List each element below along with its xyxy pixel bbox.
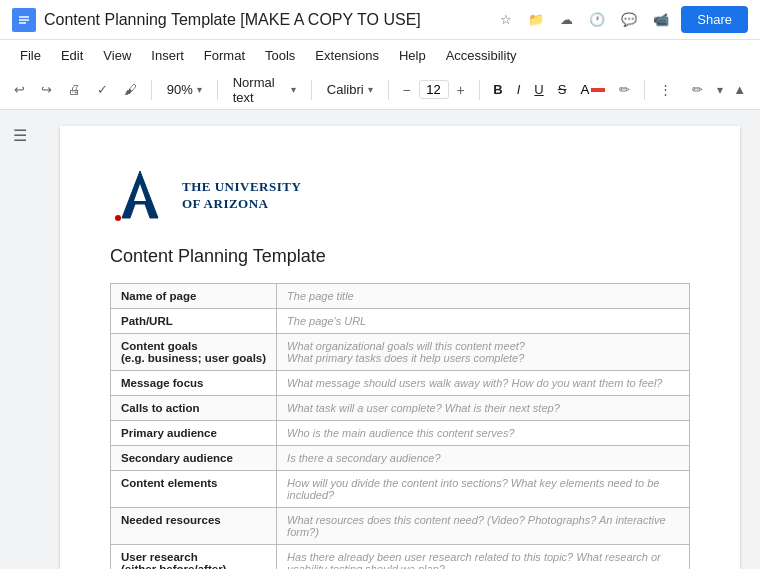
- menu-help[interactable]: Help: [391, 46, 434, 65]
- more-options-button[interactable]: ⋮: [653, 78, 678, 101]
- row-label: Secondary audience: [111, 446, 277, 471]
- spellcheck-button[interactable]: ✓: [91, 78, 114, 101]
- svg-point-7: [115, 215, 121, 221]
- row-placeholder[interactable]: The page's URL: [277, 309, 690, 334]
- text-style-value: Normal text: [233, 75, 287, 105]
- cloud-icon[interactable]: ☁: [556, 8, 577, 31]
- row-placeholder[interactable]: What organizational goals will this cont…: [277, 334, 690, 371]
- outline-icon[interactable]: ☰: [9, 122, 31, 149]
- separator-2: [217, 80, 218, 100]
- table-row: Content elementsHow will you divide the …: [111, 471, 690, 508]
- share-button[interactable]: Share: [681, 6, 748, 33]
- table-row: Content goals(e.g. business; user goals)…: [111, 334, 690, 371]
- menu-format[interactable]: Format: [196, 46, 253, 65]
- ua-logo-svg: [110, 166, 170, 226]
- text-color-label: A: [580, 82, 589, 97]
- separator-1: [151, 80, 152, 100]
- paint-format-button[interactable]: 🖌: [118, 78, 143, 101]
- toolbar-expand-icon: ▾: [717, 83, 723, 97]
- menu-file[interactable]: File: [12, 46, 49, 65]
- menu-extensions[interactable]: Extensions: [307, 46, 387, 65]
- menu-insert[interactable]: Insert: [143, 46, 192, 65]
- zoom-selector[interactable]: 90% ▾: [160, 79, 209, 100]
- table-row: Path/URLThe page's URL: [111, 309, 690, 334]
- row-placeholder[interactable]: What task will a user complete? What is …: [277, 396, 690, 421]
- table-row: Calls to actionWhat task will a user com…: [111, 396, 690, 421]
- strikethrough-button[interactable]: S: [552, 80, 573, 99]
- row-placeholder[interactable]: Has there already been user research rel…: [277, 545, 690, 570]
- history-icon[interactable]: 🕐: [585, 8, 609, 31]
- row-label: Calls to action: [111, 396, 277, 421]
- content-table: Name of pageThe page titlePath/URLThe pa…: [110, 283, 690, 569]
- document-page: The University of Arizona Content Planni…: [60, 126, 740, 569]
- row-label: Name of page: [111, 284, 277, 309]
- university-name: The University of Arizona: [182, 179, 301, 213]
- text-style-dropdown[interactable]: Normal text ▾: [226, 72, 303, 108]
- table-row: Secondary audienceIs there a secondary a…: [111, 446, 690, 471]
- row-placeholder[interactable]: Is there a secondary audience?: [277, 446, 690, 471]
- zoom-value: 90%: [167, 82, 193, 97]
- row-label: Message focus: [111, 371, 277, 396]
- font-arrow-icon: ▾: [368, 84, 373, 95]
- row-label: Primary audience: [111, 421, 277, 446]
- font-size-decrease-button[interactable]: −: [397, 80, 417, 100]
- menu-tools[interactable]: Tools: [257, 46, 303, 65]
- row-label: Path/URL: [111, 309, 277, 334]
- row-placeholder[interactable]: The page title: [277, 284, 690, 309]
- highlight-button[interactable]: ✏: [613, 78, 636, 101]
- separator-4: [388, 80, 389, 100]
- row-placeholder[interactable]: How will you divide the content into sec…: [277, 471, 690, 508]
- font-size-increase-button[interactable]: +: [451, 80, 471, 100]
- separator-6: [644, 80, 645, 100]
- text-color-button[interactable]: A: [576, 80, 609, 99]
- format-buttons: B I U S: [487, 80, 572, 99]
- star-icon[interactable]: ☆: [496, 8, 516, 31]
- row-placeholder[interactable]: Who is the main audience this content se…: [277, 421, 690, 446]
- toolbar: ↩ ↪ 🖨 ✓ 🖌 90% ▾ Normal text ▾ Calibri ▾ …: [0, 70, 760, 110]
- table-row: Message focusWhat message should users w…: [111, 371, 690, 396]
- font-size-input[interactable]: [419, 80, 449, 99]
- table-row: Primary audienceWho is the main audience…: [111, 421, 690, 446]
- row-placeholder[interactable]: What resources does this content need? (…: [277, 508, 690, 545]
- menu-view[interactable]: View: [95, 46, 139, 65]
- zoom-arrow-icon: ▾: [197, 84, 202, 95]
- menu-edit[interactable]: Edit: [53, 46, 91, 65]
- table-row: User research(either before/after)Has th…: [111, 545, 690, 570]
- italic-button[interactable]: I: [511, 80, 527, 99]
- row-placeholder[interactable]: What message should users walk away with…: [277, 371, 690, 396]
- video-icon[interactable]: 📹: [649, 8, 673, 31]
- undo-button[interactable]: ↩: [8, 78, 31, 101]
- separator-5: [479, 80, 480, 100]
- title-bar-actions: ☆ 📁 ☁ 🕐 💬 📹 Share: [496, 6, 748, 33]
- title-bar: Content Planning Template [MAKE A COPY T…: [0, 0, 760, 40]
- text-style-arrow-icon: ▾: [291, 84, 296, 95]
- edit-mode-button[interactable]: ✏: [686, 78, 709, 101]
- document-title: Content Planning Template [MAKE A COPY T…: [44, 11, 496, 29]
- font-value: Calibri: [327, 82, 364, 97]
- table-row: Name of pageThe page title: [111, 284, 690, 309]
- row-label: Content elements: [111, 471, 277, 508]
- menu-bar: File Edit View Insert Format Tools Exten…: [0, 40, 760, 70]
- color-swatch: [591, 88, 605, 92]
- comment-icon[interactable]: 💬: [617, 8, 641, 31]
- bold-button[interactable]: B: [487, 80, 508, 99]
- font-size-controls: − +: [397, 80, 471, 100]
- underline-button[interactable]: U: [528, 80, 549, 99]
- menu-accessibility[interactable]: Accessibility: [438, 46, 525, 65]
- page-title: Content Planning Template: [110, 246, 690, 267]
- logo-area: The University of Arizona: [110, 166, 690, 226]
- collapse-toolbar-button[interactable]: ▲: [727, 78, 752, 101]
- row-label: Needed resources: [111, 508, 277, 545]
- folder-icon[interactable]: 📁: [524, 8, 548, 31]
- sidebar: ☰: [0, 110, 40, 569]
- table-row: Needed resourcesWhat resources does this…: [111, 508, 690, 545]
- font-dropdown[interactable]: Calibri ▾: [320, 79, 380, 100]
- page-container: The University of Arizona Content Planni…: [40, 110, 760, 569]
- print-button[interactable]: 🖨: [62, 78, 87, 101]
- doc-icon: [12, 8, 36, 32]
- redo-button[interactable]: ↪: [35, 78, 58, 101]
- document-area: ☰ The University of Arizona: [0, 110, 760, 569]
- separator-3: [311, 80, 312, 100]
- row-label: User research(either before/after): [111, 545, 277, 570]
- row-label: Content goals(e.g. business; user goals): [111, 334, 277, 371]
